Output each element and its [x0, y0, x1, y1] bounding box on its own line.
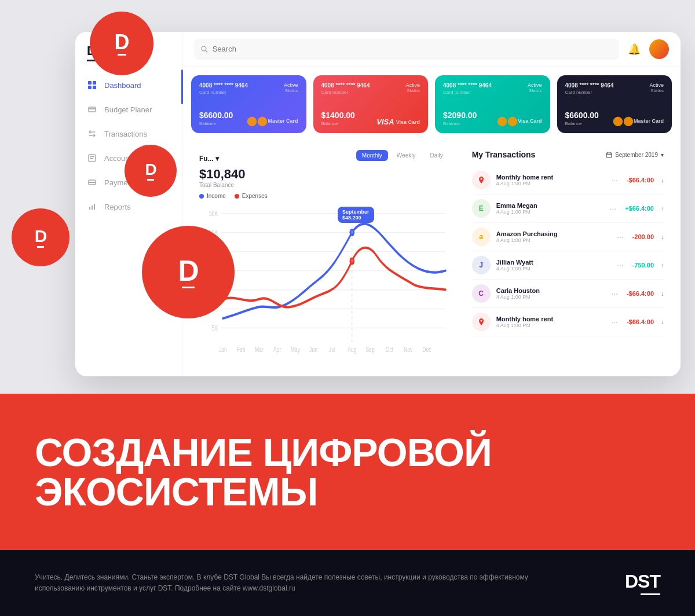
bank-card-2[interactable]: 4008 **** **** 9464 Card number Active S… — [313, 75, 429, 133]
sidebar-budget-label: Budget Planer — [104, 105, 152, 114]
card-3-balance: $2090.00 — [443, 111, 477, 120]
tab-monthly[interactable]: Monthly — [356, 150, 388, 161]
user-avatar[interactable] — [649, 39, 669, 59]
dst-circle-left: D — [12, 208, 70, 266]
sidebar-item-reports[interactable]: Reports — [75, 195, 182, 219]
card-3-number: 4008 **** **** 9464 — [443, 82, 492, 89]
chart-balance-label: Total Balance — [199, 182, 449, 188]
card-2-balance-label: Balance — [321, 121, 355, 126]
top-section: D D D D DST — [0, 0, 695, 394]
footer: Учитесь. Делитесь знаниями. Станьте эксп… — [0, 550, 695, 616]
svg-rect-11 — [89, 207, 90, 210]
chart-tabs: Monthly Weekly Daily — [356, 150, 449, 161]
transaction-menu-6[interactable]: ··· — [611, 317, 618, 327]
chart-section-title: Fu... ▾ — [199, 155, 219, 163]
svg-rect-44 — [606, 153, 612, 157]
transaction-item-2: E Emma Megan 4 Aug 1:00 PM ··· +$66.4:00… — [472, 195, 664, 223]
svg-text:Oct: Oct — [386, 345, 394, 353]
transaction-time-4: 4 Aug 1:00 PM — [496, 266, 608, 272]
transaction-amount-2: +$66.4:00 — [625, 205, 654, 212]
card-2-status: Active — [405, 82, 420, 88]
card-4-number-label: Card number — [565, 90, 614, 95]
svg-text:Jul: Jul — [329, 345, 335, 353]
reports-icon — [87, 201, 97, 212]
transaction-menu-1[interactable]: ··· — [611, 175, 618, 185]
card-1-status-label: Status — [284, 88, 298, 93]
transaction-info-2: Emma Megan 4 Aug 1:00 PM — [496, 202, 601, 215]
svg-text:May: May — [291, 345, 301, 353]
chart-total-balance: $10,840 — [199, 167, 449, 182]
chevron-down-icon: ▾ — [661, 152, 664, 158]
transaction-item-5: C Carla Houston 4 Aug 1:00 PM ··· -$66.4… — [472, 280, 664, 308]
dst-circle-mid: D — [125, 145, 177, 197]
chart-legend: Income Expenses — [199, 193, 449, 199]
transaction-menu-5[interactable]: ··· — [611, 289, 618, 298]
svg-text:Mar: Mar — [255, 345, 264, 353]
svg-text:Dec: Dec — [422, 345, 431, 353]
card-1-number-label: Card number — [199, 90, 248, 95]
accounts-icon — [87, 153, 97, 163]
transaction-amount-3: -200.00 — [632, 233, 654, 240]
transaction-info-6: Monthly home rent 4 Aug 1:00 PM — [496, 316, 603, 328]
transaction-menu-3[interactable]: ··· — [617, 232, 624, 241]
transaction-avatar-6 — [472, 313, 491, 331]
svg-rect-3 — [93, 86, 96, 89]
transactions-date-selector[interactable]: September 2019 ▾ — [606, 152, 664, 158]
search-input[interactable] — [213, 45, 612, 53]
transaction-amount-4: -750.00 — [632, 262, 654, 269]
svg-text:Jun: Jun — [309, 345, 317, 353]
sidebar: DST Dashboard — [75, 32, 182, 376]
transaction-name-6: Monthly home rent — [496, 316, 603, 322]
bank-card-3[interactable]: 4008 **** **** 9464 Card number Active S… — [435, 75, 550, 133]
card-1-balance-label: Balance — [199, 121, 233, 126]
svg-rect-0 — [88, 81, 92, 85]
down-arrow-5: ↓ — [661, 291, 664, 297]
bottom-section: СОЗДАНИЕ ЦИФРОВОЙ ЭКОСИСТЕМЫ — [0, 394, 695, 550]
transaction-info-4: Jillian Wyatt 4 Aug 1:00 PM — [496, 259, 608, 272]
svg-text:Aug: Aug — [348, 345, 356, 353]
september-tooltip: September $48.200 — [338, 207, 374, 223]
card-4-balance: $6600.00 — [565, 111, 599, 120]
transactions-title: My Transactions — [472, 150, 536, 159]
svg-text:Jan: Jan — [219, 345, 227, 353]
payments-icon — [87, 177, 97, 188]
transaction-item-3: a Amazon Purchasing 4 Aug 1:00 PM ··· -2… — [472, 223, 664, 251]
bank-card-1[interactable]: 4008 **** **** 9464 Card number Active S… — [191, 75, 306, 133]
footer-logo-text: DST — [625, 571, 660, 592]
sidebar-item-dashboard[interactable]: Dashboard — [75, 73, 182, 97]
calendar-icon — [606, 152, 612, 158]
transaction-name-5: Carla Houston — [496, 287, 603, 294]
transaction-info-3: Amazon Purchasing 4 Aug 1:00 PM — [496, 230, 608, 243]
transaction-menu-4[interactable]: ··· — [617, 261, 624, 270]
income-label: Income — [207, 193, 226, 199]
transaction-time-6: 4 Aug 1:00 PM — [496, 322, 603, 328]
sidebar-item-budget[interactable]: Budget Planer — [75, 97, 182, 122]
sidebar-item-transactions[interactable]: Transactions — [75, 122, 182, 146]
bell-icon[interactable]: 🔔 — [628, 43, 641, 56]
search-box[interactable] — [194, 39, 619, 60]
up-arrow-2: ↑ — [661, 206, 664, 212]
card-2-status-label: Status — [405, 88, 420, 93]
card-3-balance-label: Balance — [443, 121, 477, 126]
down-arrow-1: ↓ — [661, 177, 664, 184]
transaction-avatar-5: C — [472, 284, 491, 303]
transaction-info-1: Monthly home rent 4 Aug 1:00 PM — [496, 174, 603, 186]
card-3-number-label: Card number — [443, 90, 492, 95]
sidebar-reports-label: Reports — [104, 203, 131, 211]
card-3-brand: Visa Card — [518, 118, 542, 124]
svg-text:5K: 5K — [212, 324, 218, 332]
card-4-status-label: Status — [649, 88, 664, 93]
transactions-icon — [87, 129, 97, 139]
transaction-time-2: 4 Aug 1:00 PM — [496, 209, 601, 215]
tab-daily[interactable]: Daily — [424, 150, 448, 161]
bank-card-4[interactable]: 4008 **** **** 9464 Card number Active S… — [557, 75, 672, 133]
transaction-avatar-2: E — [472, 199, 491, 218]
tab-weekly[interactable]: Weekly — [391, 150, 422, 161]
transaction-menu-2[interactable]: ··· — [609, 204, 616, 213]
card-2-number: 4008 **** **** 9464 — [321, 82, 370, 89]
september-value: $48.200 — [342, 215, 370, 221]
transaction-time-1: 4 Aug 1:00 PM — [496, 181, 603, 186]
transaction-name-4: Jillian Wyatt — [496, 259, 608, 266]
transactions-section: My Transactions September 2019 ▾ — [464, 142, 672, 365]
down-arrow-3: ↓ — [661, 234, 664, 240]
